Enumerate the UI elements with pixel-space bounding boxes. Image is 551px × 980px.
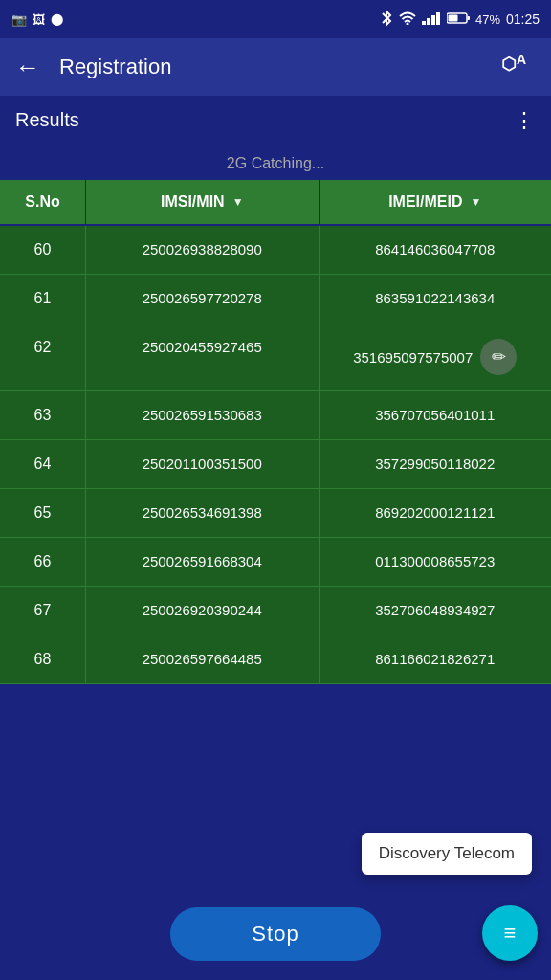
menu-icon: ≡ [504, 921, 517, 946]
main-content: S.No IMSI/MIN ▼ IMEI/MEID ▼ 60 250026938… [0, 180, 551, 780]
table-row: 64 250201100351500 357299050118022 [0, 440, 551, 489]
cell-imsi: 250026597720278 [86, 275, 320, 323]
svg-rect-7 [448, 14, 457, 21]
cell-imei: 861166021826271 [320, 635, 552, 683]
imei-dropdown-icon[interactable]: ▼ [470, 195, 481, 209]
cell-sno: 65 [0, 489, 86, 537]
status-right-icons: 47% 01:25 [380, 10, 540, 30]
stop-button[interactable]: Stop [170, 907, 381, 961]
table-row: 68 250026597664485 861166021826271 [0, 635, 551, 684]
cell-imei: 352706048934927 [320, 587, 552, 635]
svg-text:A: A [517, 52, 526, 67]
cell-imsi: 250026938828090 [86, 226, 320, 274]
cell-sno: 63 [0, 391, 86, 439]
cell-sno: 66 [0, 538, 86, 586]
cell-imei: 357299050118022 [320, 440, 552, 488]
bluetooth-icon [380, 10, 393, 30]
signal-bars-icon [422, 11, 441, 28]
col-header-sno: S.No [0, 180, 86, 224]
cell-sno: 60 [0, 226, 86, 274]
app-icon: ⬤ [51, 12, 63, 26]
results-table: S.No IMSI/MIN ▼ IMEI/MEID ▼ 60 250026938… [0, 180, 551, 684]
tooltip-discovery-telecom: Discovery Telecom [362, 833, 532, 875]
camera-icon: 📷 [11, 12, 27, 27]
cell-sno: 68 [0, 635, 86, 683]
cell-imsi: 250026597664485 [86, 635, 320, 683]
wifi-icon [399, 11, 416, 28]
cell-imei: 351695097575007 ✏ [320, 323, 552, 390]
cell-imei: 863591022143634 [320, 275, 552, 323]
svg-rect-3 [431, 15, 435, 25]
svg-rect-2 [427, 18, 430, 25]
page-title: Registration [59, 55, 482, 79]
battery-icon [447, 11, 470, 28]
fab-menu-button[interactable]: ≡ [482, 905, 538, 961]
table-row: 63 250026591530683 356707056401011 [0, 391, 551, 440]
catching-status: 2G Catching... [0, 145, 551, 180]
results-title: Results [15, 109, 79, 131]
cell-imei: 869202000121121 [320, 489, 552, 537]
cell-imsi: 250026591530683 [86, 391, 320, 439]
table-row: 65 250026534691398 869202000121121 [0, 489, 551, 538]
col-header-imei: IMEI/MEID ▼ [320, 180, 552, 224]
signal-a-icon: ⬡ A [501, 51, 536, 83]
table-row: 60 250026938828090 864146036047708 [0, 226, 551, 275]
cell-sno: 61 [0, 275, 86, 323]
table-row: 66 250026591668304 011300008655723 [0, 538, 551, 587]
cell-imsi: 250026591668304 [86, 538, 320, 586]
back-button[interactable]: ← [15, 53, 40, 82]
top-app-bar: ← Registration ⬡ A [0, 38, 551, 96]
status-left-icons: 📷 🖼 ⬤ [11, 12, 63, 27]
col-header-imsi: IMSI/MIN ▼ [86, 180, 320, 224]
battery-percent: 47% [475, 12, 500, 27]
table-header: S.No IMSI/MIN ▼ IMEI/MEID ▼ [0, 180, 551, 226]
image-icon: 🖼 [33, 12, 45, 27]
cell-sno: 67 [0, 587, 86, 635]
cell-imei: 011300008655723 [320, 538, 552, 586]
svg-rect-4 [436, 12, 440, 25]
overflow-menu-button[interactable]: ⋮ [514, 108, 536, 133]
cell-imsi: 250026534691398 [86, 489, 320, 537]
status-bar: 📷 🖼 ⬤ [0, 0, 551, 38]
cell-imsi: 250026920390244 [86, 587, 320, 635]
table-row: 61 250026597720278 863591022143634 [0, 275, 551, 323]
edit-icon[interactable]: ✏ [480, 339, 517, 375]
imsi-dropdown-icon[interactable]: ▼ [232, 195, 244, 209]
cell-imsi: 250201100351500 [86, 440, 320, 488]
results-bar: Results ⋮ [0, 96, 551, 145]
svg-rect-1 [422, 21, 426, 25]
svg-point-0 [406, 22, 408, 25]
cell-sno: 62 [0, 323, 86, 390]
cell-sno: 64 [0, 440, 86, 488]
svg-rect-6 [467, 16, 470, 20]
table-row: 67 250026920390244 352706048934927 [0, 587, 551, 635]
bottom-action-bar: Stop [0, 892, 551, 980]
cell-imei: 864146036047708 [320, 226, 552, 274]
time-display: 01:25 [506, 11, 540, 27]
table-row: 62 250020455927465 351695097575007 ✏ [0, 323, 551, 391]
cell-imei: 356707056401011 [320, 391, 552, 439]
cell-imsi: 250020455927465 [86, 323, 320, 390]
svg-text:⬡: ⬡ [501, 55, 517, 74]
